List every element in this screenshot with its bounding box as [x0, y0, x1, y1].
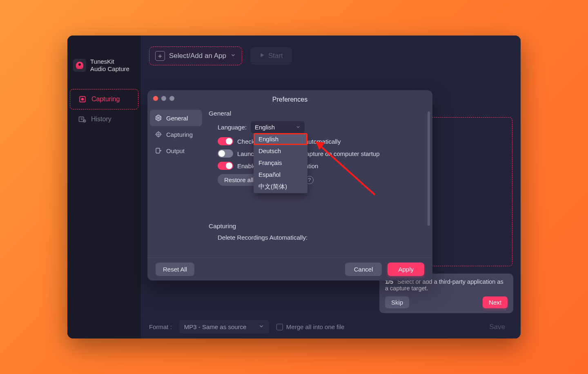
history-icon — [78, 115, 86, 123]
lang-option-english[interactable]: English — [254, 133, 307, 145]
lang-option-chinese[interactable]: 中文(简体) — [254, 180, 307, 193]
format-value: MP3 - Same as source — [184, 323, 247, 330]
merge-label: Merge all into one file — [286, 323, 345, 330]
checkbox-icon — [276, 324, 283, 330]
brand-icon — [73, 59, 86, 72]
prefs-nav-general[interactable]: General — [150, 110, 202, 126]
start-button[interactable]: Start — [250, 47, 292, 65]
scrollbar[interactable] — [428, 111, 430, 226]
prefs-header: Preferences — [147, 90, 432, 109]
lang-option-deutsch[interactable]: Deutsch — [254, 145, 307, 157]
svg-rect-7 — [156, 148, 160, 153]
prefs-nav-output[interactable]: Output — [150, 142, 202, 159]
prefs-nav-label: Capturing — [166, 131, 193, 138]
sidebar-item-history[interactable]: History — [70, 109, 138, 129]
select-add-label: Select/Add an App — [169, 52, 226, 60]
check-update-row: Check for newer version automatically — [218, 137, 422, 145]
prefs-nav-label: Output — [166, 147, 185, 154]
prefs-title: Preferences — [147, 96, 432, 103]
reset-all-button[interactable]: Reset All — [156, 263, 194, 276]
delete-recordings-label: Delete Recordings Automatically: — [218, 234, 422, 241]
sidebar-item-capturing[interactable]: Capturing — [70, 89, 138, 109]
language-value: English — [255, 124, 275, 131]
window-controls — [153, 96, 174, 101]
prefs-nav-capturing[interactable]: Capturing — [150, 126, 202, 142]
brand-line2: Audio Capture — [90, 65, 129, 73]
minimize-icon[interactable] — [161, 96, 166, 101]
prefs-footer: Reset All Cancel Apply — [147, 258, 432, 280]
app-window: TunesKit Audio Capture Capturing History… — [67, 36, 521, 338]
maximize-icon[interactable] — [169, 96, 174, 101]
start-label: Start — [268, 52, 283, 60]
section-general-label: General — [209, 110, 422, 117]
apply-button[interactable]: Apply — [388, 263, 424, 276]
bottom-bar: Format : MP3 - Same as source Merge all … — [141, 315, 521, 338]
prefs-content: General Language: English Check for newe… — [205, 109, 432, 258]
play-icon — [259, 52, 265, 60]
svg-point-4 — [158, 117, 160, 119]
sidebar-item-label: Capturing — [91, 96, 120, 103]
brand-line1: TunesKit — [90, 58, 129, 65]
language-label: Language: — [218, 124, 247, 131]
next-button[interactable]: Next — [483, 296, 508, 308]
toggle-launch-startup[interactable] — [218, 149, 233, 158]
svg-point-6 — [158, 134, 159, 135]
format-label: Format : — [149, 323, 172, 330]
gear-icon — [155, 114, 162, 122]
chevron-down-icon — [296, 124, 301, 131]
restore-row: Restore all hidden dialogs ? — [218, 174, 422, 186]
cancel-button[interactable]: Cancel — [345, 263, 382, 276]
language-dropdown: English Deutsch Français Español 中文(简体) — [254, 133, 307, 193]
plus-icon: + — [155, 51, 165, 61]
chevron-down-icon — [230, 52, 236, 60]
prefs-nav-label: General — [166, 115, 188, 122]
toggle-check-update[interactable] — [218, 137, 233, 145]
brand: TunesKit Audio Capture — [67, 58, 141, 73]
language-select[interactable]: English — [251, 121, 305, 133]
launch-startup-row: Launch TunesKit Audio Capture on compute… — [218, 149, 422, 158]
section-capturing-label: Capturing — [209, 223, 422, 230]
lang-option-espanol[interactable]: Español — [254, 169, 307, 180]
close-icon[interactable] — [153, 96, 158, 101]
skip-button[interactable]: Skip — [385, 296, 409, 308]
output-icon — [155, 147, 162, 154]
toggle-hw-accel[interactable] — [218, 162, 233, 170]
select-add-app-button[interactable]: + Select/Add an App — [149, 47, 242, 65]
save-button[interactable]: Save — [482, 320, 512, 334]
capture-icon — [78, 95, 87, 103]
lang-option-francais[interactable]: Français — [254, 157, 307, 169]
sidebar: TunesKit Audio Capture Capturing History — [67, 36, 141, 338]
sidebar-item-label: History — [91, 116, 111, 123]
language-row: Language: English — [218, 121, 422, 133]
chevron-down-icon — [258, 323, 264, 330]
toolbar: + Select/Add an App Start — [141, 36, 521, 76]
svg-point-1 — [82, 98, 84, 100]
prefs-nav: General Capturing Output — [147, 109, 205, 258]
format-select[interactable]: MP3 - Same as source — [179, 320, 269, 334]
target-icon — [155, 131, 162, 138]
svg-point-5 — [156, 132, 161, 137]
brand-title: TunesKit Audio Capture — [90, 58, 129, 73]
hw-accel-row: Enable hardware acceleration — [218, 162, 422, 170]
merge-checkbox[interactable]: Merge all into one file — [276, 323, 345, 330]
